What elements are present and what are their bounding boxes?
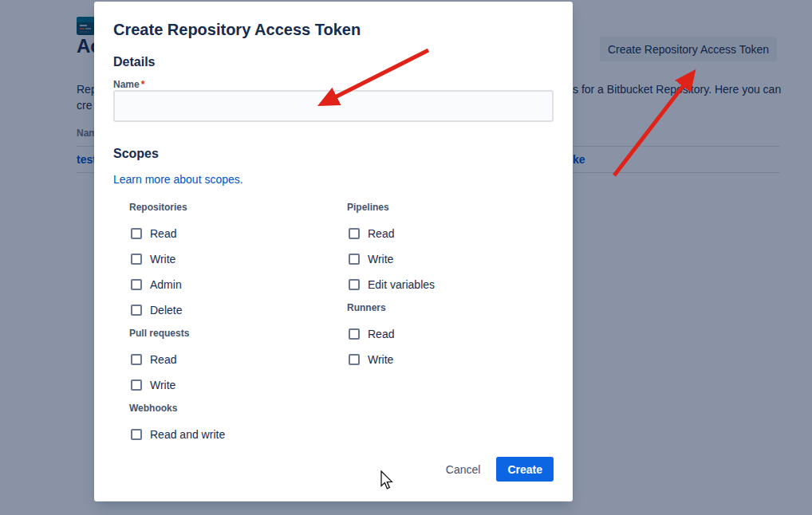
scope-group-label-runners: Runners: [347, 302, 546, 316]
learn-more-link[interactable]: Learn more about scopes.: [113, 173, 243, 186]
screen: Ac Rep cre s for a Bitbucket Repository.…: [0, 0, 812, 515]
create-button[interactable]: Create: [496, 457, 554, 482]
checkbox-label: Delete: [150, 304, 182, 316]
scope-group-label-webhooks: Webhooks: [129, 403, 329, 417]
create-token-modal: Create Repository Access Token Details N…: [94, 2, 573, 501]
checkbox-label: Read: [150, 353, 176, 366]
scope-option-repositories-write[interactable]: Write: [129, 246, 329, 272]
scopes-column-left: RepositoriesReadWriteAdminDeletePull req…: [129, 197, 329, 447]
scope-option-pull-requests-read[interactable]: Read: [129, 347, 329, 372]
scope-option-pipelines-edit-variables[interactable]: Edit variables: [347, 272, 546, 297]
scope-option-pipelines-read[interactable]: Read: [347, 221, 546, 246]
scope-option-runners-write[interactable]: Write: [347, 347, 546, 372]
scope-option-pull-requests-write[interactable]: Write: [129, 372, 329, 398]
checkbox-icon[interactable]: [131, 379, 142, 391]
checkbox-label: Write: [150, 253, 175, 265]
checkbox-icon[interactable]: [131, 354, 142, 365]
checkbox-label: Write: [368, 353, 393, 366]
checkbox-icon[interactable]: [349, 254, 360, 265]
scope-group-label-pipelines: Pipelines: [347, 202, 546, 216]
scope-option-pipelines-write[interactable]: Write: [347, 246, 546, 272]
scopes-heading: Scopes: [113, 147, 159, 161]
checkbox-icon[interactable]: [131, 228, 142, 239]
scopes-column-right: PipelinesReadWriteEdit variablesRunnersR…: [347, 197, 546, 372]
name-input[interactable]: [113, 90, 554, 122]
checkbox-label: Write: [150, 379, 175, 391]
scope-option-repositories-delete[interactable]: Delete: [129, 297, 329, 323]
details-heading: Details: [113, 55, 155, 69]
checkbox-icon[interactable]: [131, 279, 142, 290]
checkbox-icon[interactable]: [349, 279, 360, 290]
scope-option-repositories-read[interactable]: Read: [129, 221, 329, 246]
scope-option-repositories-admin[interactable]: Admin: [129, 272, 329, 297]
checkbox-label: Read: [368, 227, 394, 240]
checkbox-icon[interactable]: [349, 354, 360, 365]
cancel-button[interactable]: Cancel: [441, 458, 486, 481]
modal-footer: Cancel Create: [441, 457, 554, 482]
checkbox-label: Write: [368, 253, 393, 265]
checkbox-icon[interactable]: [131, 429, 142, 440]
name-label: Name: [113, 79, 140, 90]
name-field-label: Name*: [113, 79, 144, 90]
scope-option-webhooks-read-and-write[interactable]: Read and write: [129, 422, 329, 447]
checkbox-icon[interactable]: [131, 254, 142, 265]
checkbox-icon[interactable]: [131, 305, 142, 316]
checkbox-label: Read: [150, 227, 176, 240]
checkbox-icon[interactable]: [349, 328, 360, 340]
checkbox-label: Edit variables: [368, 278, 435, 291]
checkbox-label: Admin: [150, 278, 182, 291]
modal-title: Create Repository Access Token: [113, 21, 361, 39]
scope-option-runners-read[interactable]: Read: [347, 321, 546, 347]
scope-group-label-pull-requests: Pull requests: [129, 328, 329, 342]
required-asterisk: *: [141, 79, 145, 90]
checkbox-label: Read: [368, 328, 394, 340]
scope-group-label-repositories: Repositories: [129, 202, 329, 216]
checkbox-label: Read and write: [150, 428, 225, 441]
checkbox-icon[interactable]: [349, 228, 360, 239]
